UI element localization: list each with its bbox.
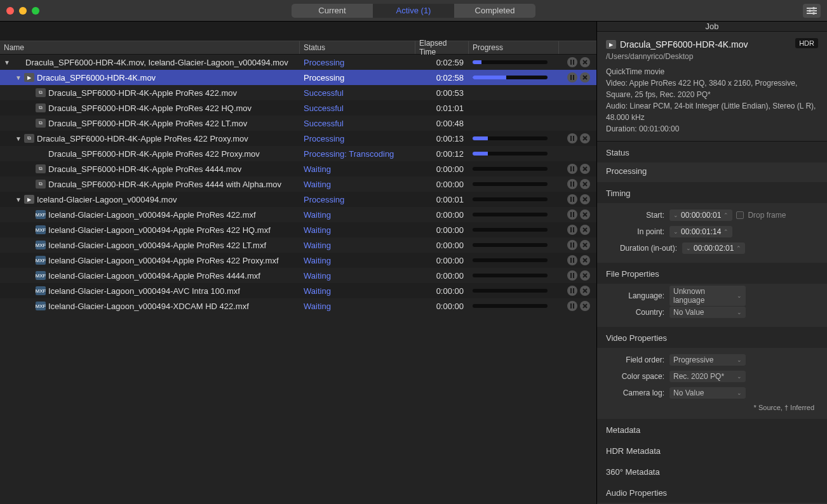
pause-button[interactable]	[567, 301, 577, 311]
titlebar: Current Active (1) Completed	[0, 0, 827, 22]
row-status: Processing	[300, 134, 415, 143]
progress-bar	[473, 243, 548, 247]
svg-rect-26	[570, 197, 572, 202]
pause-button[interactable]	[567, 194, 577, 204]
duration-stepper[interactable]: ⌄00:00:02:01⌃	[682, 242, 745, 254]
section-metadata-label[interactable]: Metadata	[597, 419, 827, 440]
pause-button[interactable]	[567, 57, 577, 67]
table-row[interactable]: ▼⧉Dracula_SPF6000-HDR-4K-Apple ProRes 42…	[0, 131, 596, 146]
row-name: Iceland-Glacier-Lagoon_v000494-Apple Pro…	[48, 241, 266, 250]
pause-button[interactable]	[567, 72, 577, 83]
row-elapsed-time: 0:00:00	[415, 225, 469, 235]
cancel-button[interactable]	[580, 194, 590, 204]
cancel-button[interactable]	[580, 164, 590, 174]
table-row[interactable]: MXFIceland-Glacier-Lagoon_v000494-Apple …	[0, 207, 596, 222]
svg-rect-19	[573, 166, 574, 171]
pause-button[interactable]	[567, 209, 577, 220]
progress-bar	[473, 152, 548, 156]
table-row[interactable]: ⧉Dracula_SPF6000-HDR-4K-Apple ProRes 444…	[0, 176, 596, 192]
table-row[interactable]: MXFIceland-Glacier-Lagoon_v000494-XDCAM …	[0, 298, 596, 314]
inpoint-stepper[interactable]: ⌄00:00:01:14⌃	[669, 226, 732, 237]
row-elapsed-time: 0:00:00	[415, 180, 469, 189]
inspector-toggle-button[interactable]	[803, 4, 821, 18]
svg-point-3	[812, 7, 815, 10]
colorspace-select[interactable]: Rec. 2020 PQ*⌄	[669, 371, 746, 382]
svg-rect-46	[570, 273, 572, 278]
cancel-button[interactable]	[580, 133, 590, 143]
svg-rect-50	[570, 288, 572, 293]
table-row[interactable]: MXFIceland-Glacier-Lagoon_v000494-AVC In…	[0, 283, 596, 298]
pause-button[interactable]	[567, 225, 577, 235]
language-select[interactable]: Unknown language⌄	[669, 286, 746, 306]
start-label: Start:	[606, 211, 669, 220]
table-row[interactable]: MXFIceland-Glacier-Lagoon_v000494-Apple …	[0, 268, 596, 283]
mxf-file-icon: MXF	[36, 271, 46, 280]
pause-button[interactable]	[567, 133, 577, 143]
table-row[interactable]: ⧉Dracula_SPF6000-HDR-4K-Apple ProRes 422…	[0, 116, 596, 131]
table-row[interactable]: ⧉Dracula_SPF6000-HDR-4K-Apple ProRes 444…	[0, 161, 596, 176]
pause-button[interactable]	[567, 164, 577, 174]
cancel-button[interactable]	[580, 72, 590, 83]
cancel-button[interactable]	[580, 286, 590, 296]
tab-completed[interactable]: Completed	[454, 4, 535, 18]
tab-active[interactable]: Active (1)	[373, 4, 454, 18]
row-status: Waiting	[300, 225, 415, 235]
row-elapsed-time: 0:02:58	[415, 73, 469, 83]
disclosure-triangle-icon[interactable]: ▼	[4, 59, 10, 66]
column-elapsed-time[interactable]: Elapsed Time	[415, 41, 469, 54]
column-name[interactable]: Name	[0, 41, 300, 54]
duration-label: Duration (in-out):	[606, 244, 682, 253]
row-status: Processing	[300, 73, 415, 83]
pause-button[interactable]	[567, 286, 577, 296]
table-row[interactable]: MXFIceland-Glacier-Lagoon_v000494-Apple …	[0, 253, 596, 268]
pause-button[interactable]	[567, 255, 577, 265]
table-row[interactable]: ▼▶Dracula_SPF6000-HDR-4K.movProcessing0:…	[0, 70, 596, 85]
minimize-window-button[interactable]	[19, 7, 27, 15]
row-name: Iceland-Glacier-Lagoon_v000494-AVC Intra…	[48, 286, 240, 296]
country-select[interactable]: No Value⌄	[669, 307, 746, 318]
disclosure-triangle-icon[interactable]: ▼	[15, 74, 22, 81]
row-elapsed-time: 0:00:48	[415, 119, 469, 128]
zoom-window-button[interactable]	[32, 7, 39, 15]
section-hdrmeta-label[interactable]: HDR Metadata	[597, 440, 827, 461]
table-row[interactable]: MXFIceland-Glacier-Lagoon_v000494-Apple …	[0, 222, 596, 237]
section-360meta-label[interactable]: 360° Metadata	[597, 461, 827, 482]
close-window-button[interactable]	[6, 7, 14, 15]
row-status: Waiting	[300, 302, 415, 311]
cameralog-select[interactable]: No Value⌄	[669, 387, 746, 399]
pause-button[interactable]	[567, 270, 577, 281]
svg-rect-7	[573, 60, 574, 65]
dropframe-checkbox[interactable]	[736, 211, 744, 219]
colorspace-label: Color space:	[606, 372, 669, 381]
table-row[interactable]: Dracula_SPF6000-HDR-4K-Apple ProRes 422 …	[0, 146, 596, 161]
table-row[interactable]: ▼▶Iceland-Glacier-Lagoon_v000494.movProc…	[0, 192, 596, 207]
row-status: Waiting	[300, 271, 415, 281]
cancel-button[interactable]	[580, 57, 590, 67]
preset-icon: ⧉	[36, 88, 46, 97]
fieldorder-select[interactable]: Progressive⌄	[669, 354, 746, 366]
table-row[interactable]: MXFIceland-Glacier-Lagoon_v000494-Apple …	[0, 237, 596, 253]
cancel-button[interactable]	[580, 255, 590, 265]
start-stepper[interactable]: ⌄00:00:00:01⌃	[669, 209, 732, 221]
cancel-button[interactable]	[580, 270, 590, 281]
disclosure-triangle-icon[interactable]: ▼	[15, 135, 22, 142]
table-row[interactable]: ⧉Dracula_SPF6000-HDR-4K-Apple ProRes 422…	[0, 100, 596, 116]
cancel-button[interactable]	[580, 240, 590, 250]
tab-current[interactable]: Current	[292, 4, 373, 18]
svg-rect-30	[570, 212, 572, 217]
pause-button[interactable]	[567, 240, 577, 250]
pause-button[interactable]	[567, 179, 577, 189]
column-progress[interactable]: Progress	[469, 41, 559, 54]
table-row[interactable]: ⧉Dracula_SPF6000-HDR-4K-Apple ProRes 422…	[0, 85, 596, 100]
svg-rect-34	[570, 227, 572, 232]
cancel-button[interactable]	[580, 179, 590, 189]
column-status[interactable]: Status	[300, 41, 415, 54]
inspector-filename: ▶ Dracula_SPF6000-HDR-4K.mov	[606, 39, 818, 50]
row-elapsed-time: 0:00:13	[415, 134, 469, 143]
disclosure-triangle-icon[interactable]: ▼	[15, 196, 22, 203]
progress-bar	[473, 258, 548, 262]
cancel-button[interactable]	[580, 225, 590, 235]
table-row[interactable]: ▼Dracula_SPF6000-HDR-4K.mov, Iceland-Gla…	[0, 55, 596, 70]
cancel-button[interactable]	[580, 209, 590, 220]
cancel-button[interactable]	[580, 301, 590, 311]
